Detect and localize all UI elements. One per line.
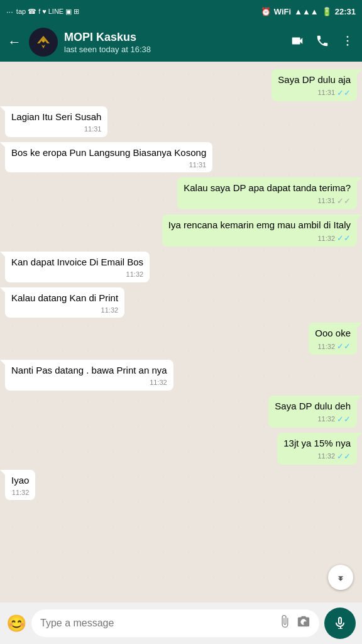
avatar-icon bbox=[32, 31, 55, 53]
contact-info[interactable]: MOPI Kaskus last seen today at 16:38 bbox=[64, 31, 284, 54]
video-call-button[interactable] bbox=[290, 34, 304, 51]
message-time: 11:32 bbox=[12, 488, 30, 497]
alarm-icon: ⏰ bbox=[261, 7, 271, 16]
message-time: 11:31 bbox=[84, 125, 102, 134]
contact-name: MOPI Kaskus bbox=[64, 31, 284, 44]
status-app-icons: tap ☎ f ♥ LINE ▣ ⊞ bbox=[16, 8, 79, 16]
bubble-tail-right bbox=[357, 396, 362, 401]
message-row: Saya DP dulu deh11:32✓✓ bbox=[5, 396, 357, 428]
sent-bubble: Iya rencana kemarin emg mau ambil di Ita… bbox=[162, 214, 357, 247]
message-ticks: ✓✓ bbox=[337, 414, 351, 425]
message-time: 11:31 bbox=[189, 160, 207, 170]
message-text: Saya DP dulu aja bbox=[278, 74, 351, 85]
bubble-tail-left bbox=[0, 360, 5, 365]
message-text: Iyao bbox=[11, 475, 29, 486]
status-left-icons: ··· tap ☎ f ♥ LINE ▣ ⊞ bbox=[6, 7, 79, 16]
message-meta: 11:31✓✓ bbox=[278, 87, 351, 99]
bubble-tail-left bbox=[0, 142, 5, 147]
message-text: Ooo oke bbox=[315, 328, 351, 338]
received-bubble: Iyao11:32 bbox=[5, 470, 35, 500]
sent-bubble: Kalau saya DP apa dapat tanda terima?11:… bbox=[177, 177, 357, 209]
status-bar: ··· tap ☎ f ♥ LINE ▣ ⊞ ⏰ WiFi ▲▲▲ 🔋 22:3… bbox=[0, 0, 362, 23]
message-meta: 11:32 bbox=[11, 270, 143, 279]
message-row: Iya rencana kemarin emg mau ambil di Ita… bbox=[5, 214, 357, 247]
battery-icon: 🔋 bbox=[322, 7, 332, 16]
bubble-tail-right bbox=[357, 433, 362, 438]
message-meta: 11:32✓✓ bbox=[283, 451, 351, 462]
svg-point-1 bbox=[347, 36, 349, 38]
message-row: Bos ke eropa Pun Langsung Biasanya Koson… bbox=[5, 142, 357, 172]
contact-avatar[interactable] bbox=[29, 28, 58, 57]
message-ticks: ✓✓ bbox=[337, 341, 351, 352]
received-bubble: Kalau datang Kan di Print11:32 bbox=[5, 287, 124, 318]
bubble-tail-left bbox=[0, 287, 5, 292]
message-text: Iya rencana kemarin emg mau ambil di Ita… bbox=[168, 219, 351, 230]
message-meta: 11:32✓✓ bbox=[315, 341, 351, 352]
message-meta: 11:32 bbox=[11, 488, 29, 497]
sent-bubble: 13jt ya 15% nya11:32✓✓ bbox=[277, 433, 357, 465]
sent-bubble: Ooo oke11:32✓✓ bbox=[309, 323, 357, 355]
message-meta: 11:31✓✓ bbox=[184, 196, 351, 207]
message-input-wrap bbox=[31, 609, 319, 637]
message-time: 11:31 bbox=[317, 196, 335, 206]
more-options-button[interactable] bbox=[341, 34, 354, 51]
message-time: 11:32 bbox=[150, 378, 167, 387]
received-bubble: Nanti Pas datang . bawa Print an nya11:3… bbox=[5, 360, 173, 390]
svg-point-3 bbox=[347, 44, 349, 46]
message-time: 11:32 bbox=[317, 452, 335, 461]
message-row: 13jt ya 15% nya11:32✓✓ bbox=[5, 433, 357, 465]
sent-bubble: Saya DP dulu deh11:32✓✓ bbox=[268, 396, 357, 428]
message-text: Bos ke eropa Pun Langsung Biasanya Koson… bbox=[11, 147, 206, 158]
message-row: Lagian Itu Seri Susah11:31 bbox=[5, 106, 357, 136]
message-row: Kan dapat Invoice Di Email Bos11:32 bbox=[5, 252, 357, 282]
chat-header: ← MOPI Kaskus last seen today at 16:38 bbox=[0, 23, 362, 62]
message-time: 11:32 bbox=[317, 342, 335, 352]
message-ticks: ✓✓ bbox=[337, 451, 351, 462]
signal-icon: ▲▲▲ bbox=[294, 7, 319, 16]
message-meta: 11:32 bbox=[11, 306, 118, 315]
bubble-tail-right bbox=[357, 69, 362, 74]
message-time: 11:32 bbox=[126, 270, 144, 279]
status-right-area: ⏰ WiFi ▲▲▲ 🔋 22:31 bbox=[261, 7, 356, 16]
message-time: 11:32 bbox=[317, 414, 335, 424]
message-text: Kalau datang Kan di Print bbox=[11, 292, 118, 303]
message-ticks: ✓✓ bbox=[337, 87, 351, 99]
bubble-tail-left bbox=[0, 106, 5, 111]
message-ticks: ✓✓ bbox=[337, 196, 351, 207]
contact-status: last seen today at 16:38 bbox=[64, 45, 284, 54]
back-button[interactable]: ← bbox=[8, 34, 21, 50]
camera-button[interactable] bbox=[297, 614, 310, 632]
received-bubble: Lagian Itu Seri Susah11:31 bbox=[5, 106, 107, 136]
bottom-bar: 😊 bbox=[0, 602, 362, 644]
message-time: 11:32 bbox=[317, 234, 335, 243]
message-row: Iyao11:32 bbox=[5, 470, 357, 500]
chat-area: Saya DP dulu aja11:31✓✓Lagian Itu Seri S… bbox=[0, 62, 362, 602]
message-meta: 11:32✓✓ bbox=[275, 414, 351, 425]
attach-button[interactable] bbox=[278, 614, 292, 632]
message-row: Nanti Pas datang . bawa Print an nya11:3… bbox=[5, 360, 357, 390]
mic-button[interactable] bbox=[324, 608, 356, 639]
message-meta: 11:32✓✓ bbox=[168, 233, 351, 244]
message-row: Saya DP dulu aja11:31✓✓ bbox=[5, 69, 357, 101]
bubble-tail-right bbox=[357, 214, 362, 219]
scroll-down-button[interactable] bbox=[328, 565, 353, 590]
svg-point-2 bbox=[347, 40, 349, 42]
bubble-tail-right bbox=[357, 177, 362, 182]
received-bubble: Kan dapat Invoice Di Email Bos11:32 bbox=[5, 252, 150, 282]
message-text: Saya DP dulu deh bbox=[275, 401, 351, 411]
message-row: Kalau saya DP apa dapat tanda terima?11:… bbox=[5, 177, 357, 209]
message-text: Nanti Pas datang . bawa Print an nya bbox=[11, 365, 167, 375]
received-bubble: Bos ke eropa Pun Langsung Biasanya Koson… bbox=[5, 142, 212, 172]
message-meta: 11:32 bbox=[11, 378, 167, 387]
message-input[interactable] bbox=[40, 618, 273, 629]
bubble-tail-left bbox=[0, 470, 5, 475]
message-time: 11:32 bbox=[101, 306, 119, 315]
header-actions bbox=[290, 34, 354, 51]
bubble-tail-right bbox=[357, 323, 362, 328]
clock: 22:31 bbox=[335, 7, 356, 16]
message-meta: 11:31 bbox=[11, 125, 101, 134]
emoji-button[interactable]: 😊 bbox=[6, 614, 26, 633]
phone-call-button[interactable] bbox=[315, 34, 329, 51]
message-row: Ooo oke11:32✓✓ bbox=[5, 323, 357, 355]
message-ticks: ✓✓ bbox=[337, 233, 351, 244]
